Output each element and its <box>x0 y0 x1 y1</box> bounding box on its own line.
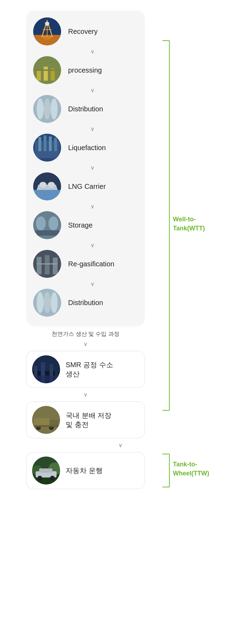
liquefaction-row: Liquefaction <box>33 134 138 162</box>
smr-card: SMR 공정 수소생산 <box>26 351 145 388</box>
chevron-8: ∨ <box>26 341 145 347</box>
car-label: 자동차 운행 <box>66 466 103 475</box>
distribution2-image <box>33 289 61 317</box>
lngcarrier-label: LNG Carrier <box>68 183 106 191</box>
svg-point-7 <box>45 22 49 26</box>
distribution3-card: 국내 분배 저장및 충전 <box>26 401 145 438</box>
svg-point-18 <box>51 98 58 119</box>
svg-point-34 <box>49 216 58 230</box>
car-image <box>32 457 60 484</box>
distribution3-label: 국내 분배 저장및 충전 <box>66 411 111 429</box>
distribution1-label: Distribution <box>68 105 103 113</box>
svg-point-16 <box>37 98 44 119</box>
svg-point-33 <box>36 216 46 230</box>
chevron-3: ∨ <box>33 126 138 132</box>
svg-rect-54 <box>32 376 60 383</box>
smr-image <box>32 355 60 383</box>
svg-rect-61 <box>34 425 58 427</box>
svg-text:Well-to-: Well-to- <box>173 216 196 223</box>
recovery-image <box>33 17 61 45</box>
svg-rect-22 <box>38 137 41 151</box>
svg-rect-73 <box>39 468 52 473</box>
ttw-bracket-svg: Tank-to- Wheel(TTW) <box>159 450 215 491</box>
svg-text:Tank(WTT): Tank(WTT) <box>173 225 205 232</box>
processing-label: processing <box>68 66 102 74</box>
storage-image <box>33 211 61 239</box>
liquefaction-label: Liquefaction <box>68 144 106 152</box>
svg-point-17 <box>44 98 51 119</box>
svg-rect-10 <box>37 70 41 81</box>
svg-rect-11 <box>44 67 48 81</box>
svg-rect-24 <box>49 136 52 151</box>
section-note: 천연가스 생산 및 수입 과정 <box>52 331 119 338</box>
storage-row: Storage <box>33 211 138 239</box>
svg-rect-25 <box>54 138 57 151</box>
svg-point-29 <box>39 182 46 187</box>
chevron-4: ∨ <box>33 164 138 171</box>
distribution1-image <box>33 95 61 123</box>
svg-rect-53 <box>55 368 58 383</box>
regasification-image <box>33 250 61 278</box>
svg-text:Wheel(TTW): Wheel(TTW) <box>173 470 209 477</box>
chevron-9: ∨ <box>26 391 145 398</box>
distribution2-label: Distribution <box>68 299 103 307</box>
wtt-bracket-svg: Well-to- Tank(WTT) <box>159 10 215 441</box>
svg-point-75 <box>50 476 55 481</box>
processing-row: processing <box>33 56 138 84</box>
svg-point-44 <box>37 292 44 313</box>
storage-label: Storage <box>68 221 93 229</box>
svg-point-30 <box>48 182 55 187</box>
svg-rect-13 <box>35 69 59 71</box>
svg-text:Tank-to-: Tank-to- <box>173 461 197 468</box>
svg-rect-23 <box>44 135 46 151</box>
regasification-label: Re-gasification <box>68 260 114 268</box>
chevron-10: ∨ <box>7 442 234 449</box>
liquefaction-image <box>33 134 61 162</box>
ttw-section-inner: 자동차 운행 <box>26 450 145 491</box>
distribution2-row: Distribution <box>33 289 138 317</box>
svg-point-74 <box>37 476 42 481</box>
lngcarrier-row: LNG Carrier <box>33 172 138 200</box>
chevron-1: ∨ <box>33 48 138 55</box>
svg-rect-50 <box>34 366 37 383</box>
regasification-row: Re-gasification <box>33 250 138 278</box>
svg-rect-38 <box>37 257 42 274</box>
chevron-2: ∨ <box>33 87 138 94</box>
svg-rect-39 <box>45 255 50 274</box>
svg-point-46 <box>51 292 58 313</box>
processing-image <box>33 56 61 84</box>
svg-rect-35 <box>35 230 59 236</box>
chevron-7: ∨ <box>33 281 138 287</box>
chevron-5: ∨ <box>33 203 138 210</box>
ttw-bracket-area: Tank-to- Wheel(TTW) <box>159 450 215 491</box>
svg-rect-6 <box>44 37 51 39</box>
svg-rect-40 <box>53 258 58 274</box>
smr-label: SMR 공정 수소생산 <box>66 360 113 378</box>
lngcarrier-image <box>33 172 61 200</box>
svg-point-45 <box>44 292 51 313</box>
recovery-label: Recovery <box>68 28 97 36</box>
svg-rect-28 <box>33 190 61 200</box>
distribution1-row: Distribution <box>33 95 138 123</box>
distribution3-image <box>32 406 60 434</box>
recovery-row: Recovery <box>33 17 138 45</box>
wtt-bracket-container: Well-to- Tank(WTT) <box>159 10 215 441</box>
ttw-section: 자동차 운행 Tank-to- Wheel(TTW) <box>26 450 215 491</box>
chevron-6: ∨ <box>33 242 138 249</box>
car-card: 자동차 운행 <box>26 452 145 489</box>
